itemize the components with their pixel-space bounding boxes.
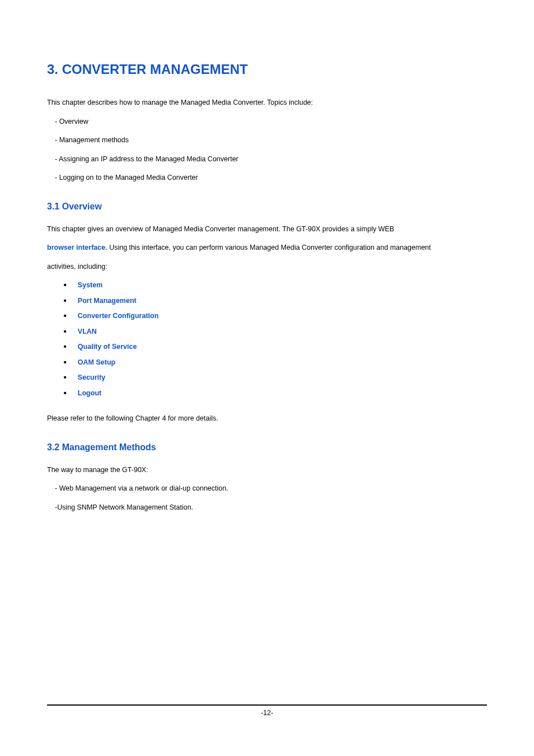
intro-item: - Overview: [55, 114, 487, 130]
heading-section-3-1: 3.1 Overview: [47, 202, 487, 212]
section31-p1-line3: activities, including:: [47, 259, 487, 275]
bullet-item: OAM Setup: [64, 355, 487, 371]
page-number: -12-: [47, 709, 487, 717]
intro-item: - Logging on to the Managed Media Conver…: [55, 170, 487, 186]
intro-paragraph: This chapter describes how to manage the…: [47, 95, 487, 111]
bullet-item: Port Management: [64, 293, 487, 309]
bullet-label: System: [78, 281, 102, 289]
bullet-item: Converter Configuration: [64, 309, 487, 324]
bullet-label: Converter Configuration: [78, 312, 158, 320]
section31-p1-line1: This chapter gives an overview of Manage…: [47, 222, 487, 237]
intro-item: - Management methods: [55, 133, 487, 148]
bullet-label: Port Management: [78, 297, 137, 305]
intro-item: - Assigning an IP address to the Managed…: [55, 152, 487, 167]
bullet-item: System: [64, 278, 487, 293]
feature-bullet-list: System Port Management Converter Configu…: [47, 278, 487, 401]
bullet-label: Security: [78, 374, 105, 381]
page-footer: -12-: [47, 704, 487, 717]
footer-divider: [47, 704, 487, 706]
bullet-label: Quality of Service: [78, 343, 137, 351]
bullet-item: VLAN: [64, 324, 487, 340]
text-fragment: . Using this interface, you can perform …: [105, 244, 431, 251]
page-content: 3. CONVERTER MANAGEMENT This chapter des…: [0, 0, 534, 515]
bullet-item: Quality of Service: [64, 339, 487, 355]
bullet-item: Security: [64, 370, 487, 386]
section31-p1-line2: browser interface. Using this interface,…: [47, 240, 487, 256]
section32-list: - Web Management via a network or dial-u…: [47, 481, 487, 515]
section32-item: -Using SNMP Network Management Station.: [55, 500, 487, 516]
bullet-label: VLAN: [78, 328, 97, 335]
section32-p1: The way to manage the GT-90X:: [47, 463, 487, 478]
blue-phrase: browser interface: [47, 244, 105, 251]
bullet-label: OAM Setup: [78, 358, 115, 366]
section31-p2: Please refer to the following Chapter 4 …: [47, 411, 487, 427]
section32-item: - Web Management via a network or dial-u…: [55, 481, 487, 497]
bullet-label: Logout: [78, 389, 101, 397]
bullet-item: Logout: [64, 386, 487, 402]
heading-section-3-2: 3.2 Management Methods: [47, 442, 487, 452]
intro-list: - Overview - Management methods - Assign…: [47, 114, 487, 186]
heading-chapter: 3. CONVERTER MANAGEMENT: [47, 62, 487, 77]
